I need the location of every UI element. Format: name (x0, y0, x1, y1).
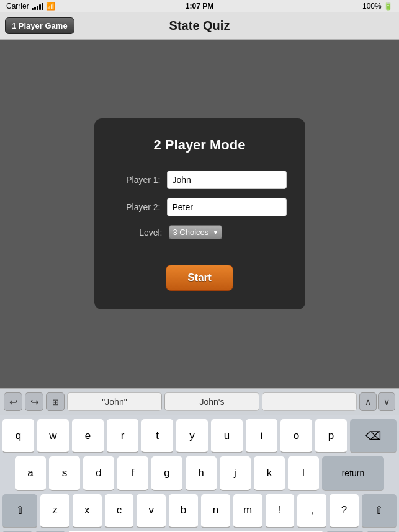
player2-input[interactable] (167, 198, 287, 216)
suggestion-2[interactable]: John's (164, 392, 259, 411)
status-time: 1:07 PM (186, 2, 213, 11)
key-question[interactable]: ? (330, 494, 359, 528)
redo-button[interactable]: ↪ (25, 392, 43, 411)
level-label: Level: (113, 228, 163, 237)
battery-label: 100% (362, 2, 382, 11)
signal-icon (32, 2, 43, 10)
key-row-2: a s d f g h j k l return (2, 456, 397, 490)
key-j[interactable]: j (220, 456, 251, 490)
status-left: Carrier 📶 (6, 2, 55, 11)
key-z[interactable]: z (40, 494, 69, 528)
divider (113, 252, 287, 252)
battery-icon: 🔋 (383, 2, 393, 11)
key-exclaim[interactable]: ! (266, 494, 295, 528)
start-button[interactable]: Start (166, 265, 233, 291)
key-r[interactable]: r (107, 419, 138, 453)
key-b[interactable]: b (169, 494, 198, 528)
status-right: 100% 🔋 (362, 2, 393, 11)
wifi-icon: 📶 (46, 2, 55, 11)
player1-input[interactable] (167, 171, 287, 189)
key-q[interactable]: q (2, 419, 34, 453)
nav-down-button[interactable]: ∨ (378, 392, 395, 411)
key-t[interactable]: t (141, 419, 173, 453)
key-row-1: q w e r t y u i o p ⌫ (2, 419, 397, 453)
key-e[interactable]: e (72, 419, 104, 453)
keyboard-area: ↩ ↪ ⊞ "John" John's ∧ ∨ q w e r t y u i … (0, 388, 399, 532)
autocomplete-nav: ∧ ∨ (359, 392, 395, 411)
nav-bar: 1 Player Game State Quiz (0, 12, 399, 40)
keyboard-rows: q w e r t y u i o p ⌫ a s d f g h j k l … (0, 415, 399, 531)
key-comma[interactable]: , (297, 494, 326, 528)
nav-up-button[interactable]: ∧ (359, 392, 377, 411)
key-row-3: ⇧ z x c v b n m ! , ? ⇧ (2, 494, 397, 528)
key-p[interactable]: p (315, 419, 347, 453)
key-x[interactable]: x (73, 494, 102, 528)
return-key[interactable]: return (322, 456, 384, 490)
player1-label: Player 1: (113, 175, 161, 185)
backspace-key[interactable]: ⌫ (350, 419, 397, 453)
player1-row: Player 1: (113, 171, 287, 189)
key-d[interactable]: d (83, 456, 114, 490)
key-a[interactable]: a (15, 456, 46, 490)
undo-button[interactable]: ↩ (4, 392, 22, 411)
shift-key[interactable]: ⇧ (2, 494, 37, 528)
key-g[interactable]: g (151, 456, 182, 490)
carrier-label: Carrier (6, 2, 29, 11)
key-m[interactable]: m (233, 494, 262, 528)
key-u[interactable]: u (211, 419, 243, 453)
key-v[interactable]: v (137, 494, 166, 528)
key-c[interactable]: c (105, 494, 134, 528)
autocomplete-bar: ↩ ↪ ⊞ "John" John's ∧ ∨ (0, 388, 399, 415)
suggestion-3[interactable] (262, 392, 357, 411)
player2-row: Player 2: (113, 198, 287, 216)
status-bar: Carrier 📶 1:07 PM 100% 🔋 (0, 0, 399, 12)
key-s[interactable]: s (49, 456, 80, 490)
player2-label: Player 2: (113, 202, 161, 212)
nav-title: State Quiz (169, 19, 230, 33)
key-l[interactable]: l (288, 456, 319, 490)
key-w[interactable]: w (37, 419, 69, 453)
shift-right-key[interactable]: ⇧ (362, 494, 397, 528)
key-y[interactable]: y (176, 419, 208, 453)
modal-title: 2 Player Mode (113, 137, 287, 153)
start-button-wrapper: Start (113, 265, 287, 291)
key-i[interactable]: i (246, 419, 277, 453)
key-n[interactable]: n (201, 494, 230, 528)
level-row: Level: 3 Choices 4 Choices 5 Choices ▼ (113, 225, 287, 239)
key-k[interactable]: k (254, 456, 285, 490)
level-select[interactable]: 3 Choices 4 Choices 5 Choices (169, 225, 222, 239)
key-o[interactable]: o (280, 419, 312, 453)
suggestion-1[interactable]: "John" (67, 392, 162, 411)
key-f[interactable]: f (117, 456, 148, 490)
paste-button[interactable]: ⊞ (46, 392, 65, 411)
level-select-wrapper: 3 Choices 4 Choices 5 Choices ▼ (169, 225, 222, 239)
modal-card: 2 Player Mode Player 1: Player 2: Level:… (94, 118, 305, 309)
key-h[interactable]: h (186, 456, 217, 490)
main-content: 2 Player Mode Player 1: Player 2: Level:… (0, 40, 399, 388)
back-button[interactable]: 1 Player Game (5, 17, 74, 34)
